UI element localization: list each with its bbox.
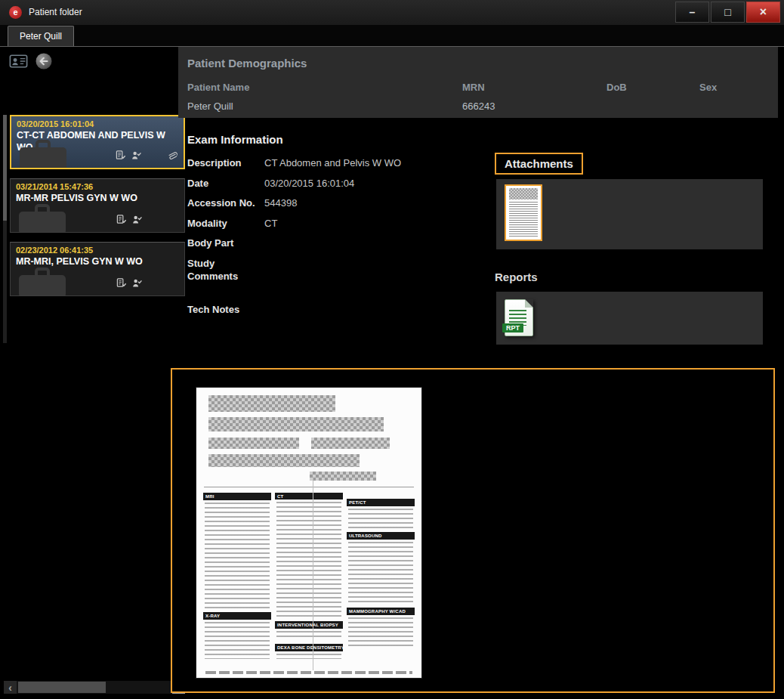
exam-status-icons [116, 277, 142, 291]
page-fold-icon [525, 299, 533, 308]
document-section-ultrasound: ULTRASOUND [347, 532, 415, 540]
person-check-icon [132, 214, 142, 227]
exam-list-pane: 03/20/2015 16:01:04 CT-CT ABDOMEN AND PE… [0, 47, 187, 699]
field-patient-name: Patient Name Peter Quill [187, 82, 249, 112]
scrollbar-track[interactable] [17, 681, 172, 694]
info-value [264, 237, 488, 250]
info-row-study-comments: Study Comments [187, 257, 488, 283]
close-icon: × [760, 6, 767, 18]
titlebar: e Patient folder – □ × [0, 0, 784, 26]
field-value: 666243 [462, 101, 495, 112]
info-label: Study Comments [187, 257, 264, 283]
exam-item[interactable]: 02/23/2012 06:41:35 MR-MRI, PELVIS GYN W… [10, 242, 185, 296]
exam-list-scrollbar[interactable] [3, 115, 7, 343]
field-value: Peter Quill [187, 101, 249, 112]
reports-title: Reports [495, 271, 538, 283]
info-row-date: Date 03/20/2015 16:01:04 [187, 177, 488, 190]
app-logo-icon: e [9, 6, 22, 19]
field-mrn: MRN 666243 [462, 82, 495, 112]
redacted-block [208, 417, 384, 431]
scroll-left-button[interactable]: ‹ [4, 681, 17, 694]
attachments-panel [496, 179, 763, 249]
content-area: 03/20/2015 16:01:04 CT-CT ABDOMEN AND PE… [0, 47, 784, 699]
attachments-heading-highlight: Attachments [495, 153, 583, 175]
field-label: MRN [462, 82, 495, 93]
document-text-lines [348, 617, 413, 649]
person-check-icon [132, 277, 142, 291]
exam-item-selected[interactable]: 03/20/2015 16:01:04 CT-CT ABDOMEN AND PE… [10, 115, 185, 169]
tab-peter-quill[interactable]: Peter Quill [8, 26, 74, 46]
info-label: Accession No. [187, 196, 264, 210]
scrollbar-thumb[interactable] [3, 115, 7, 221]
info-row-accession: Accession No. 544398 [187, 196, 488, 210]
document-section-ct: CT [275, 493, 343, 500]
redacted-block [208, 454, 360, 467]
attachments-title: Attachments [505, 157, 573, 170]
scrollbar-thumb[interactable] [18, 682, 106, 693]
document-text-lines [276, 502, 341, 617]
document-text-lines [205, 503, 270, 608]
exam-information-section: Exam Information Description CT Abdomen … [187, 133, 488, 323]
demographics-title: Patient Demographics [187, 57, 307, 70]
close-button[interactable]: × [746, 2, 780, 23]
info-value: CT [264, 217, 488, 230]
field-dob: DoB [607, 82, 627, 112]
info-row-modality: Modality CT [187, 217, 488, 230]
document-section-interventional-biopsy: INTERVENTIONAL BIOPSY [275, 621, 343, 628]
document-section-xray: X-RAY [203, 612, 271, 620]
attachment-preview-document[interactable]: MRI X-RAY CT INTERVENTIONAL BIOPSY DEXA … [196, 388, 421, 678]
paperclip-icon [166, 150, 177, 164]
field-value [607, 101, 627, 112]
field-label: Sex [699, 82, 717, 93]
document-text-lines [348, 542, 413, 604]
back-arrow-button[interactable] [35, 52, 53, 73]
exam-list: 03/20/2015 16:01:04 CT-CT ABDOMEN AND PE… [10, 115, 185, 305]
window-title: Patient folder [29, 7, 82, 17]
document-check-icon [116, 150, 125, 163]
horizontal-scrollbar[interactable]: ‹ › [4, 681, 185, 694]
info-row-tech-notes: Tech Notes [187, 303, 488, 317]
info-value: CT Abdomen and Pelvis W WO [264, 156, 488, 170]
document-text-lines [348, 509, 413, 528]
exam-date: 02/23/2012 06:41:35 [16, 246, 179, 255]
report-item-rpt-icon[interactable]: RPT [505, 299, 533, 336]
info-label: Body Part [187, 237, 264, 250]
attachment-thumbnail[interactable] [505, 184, 542, 241]
redacted-block [208, 395, 335, 412]
info-label: Tech Notes [187, 303, 264, 317]
minimize-icon: – [690, 7, 696, 17]
field-sex: Sex [699, 82, 717, 112]
patient-folder-window: e Patient folder – □ × Peter Quill [0, 0, 784, 699]
minimize-button[interactable]: – [675, 2, 709, 23]
info-value: 544398 [264, 196, 488, 210]
maximize-icon: □ [724, 7, 730, 17]
exam-information-title: Exam Information [187, 133, 488, 146]
briefcase-icon [15, 138, 71, 169]
document-section-mri: MRI [203, 493, 271, 500]
patient-demographics-panel: Patient Demographics Patient Name Peter … [178, 47, 778, 118]
field-label: Patient Name [187, 82, 249, 93]
exam-date: 03/20/2015 16:01:04 [17, 119, 178, 128]
info-value: 03/20/2015 16:01:04 [264, 177, 488, 190]
attachment-preview-panel: MRI X-RAY CT INTERVENTIONAL BIOPSY DEXA … [171, 368, 775, 693]
window-controls: – □ × [675, 2, 780, 23]
field-label: DoB [607, 82, 627, 93]
person-check-icon [131, 150, 141, 163]
briefcase-icon [14, 266, 70, 296]
document-columns: MRI X-RAY CT INTERVENTIONAL BIOPSY DEXA … [196, 487, 421, 661]
document-footer-text [205, 671, 412, 674]
maximize-button[interactable]: □ [711, 2, 745, 23]
page-fold-line [313, 477, 313, 670]
tab-bar: Peter Quill [0, 25, 784, 47]
left-toolbar [9, 52, 53, 73]
exam-date: 03/21/2014 15:47:36 [16, 182, 179, 191]
document-text-lines [276, 631, 341, 641]
info-value [264, 303, 488, 317]
patient-lookup-icon[interactable] [9, 54, 28, 72]
document-text-lines [205, 622, 270, 659]
info-row-description: Description CT Abdomen and Pelvis W WO [187, 156, 488, 170]
exam-item[interactable]: 03/21/2014 15:47:36 MR-MR PELVIS GYN W W… [10, 178, 185, 233]
thumbnail-text-lines [509, 202, 538, 237]
thumbnail-redacted-block [509, 188, 538, 199]
info-label: Description [187, 156, 264, 170]
